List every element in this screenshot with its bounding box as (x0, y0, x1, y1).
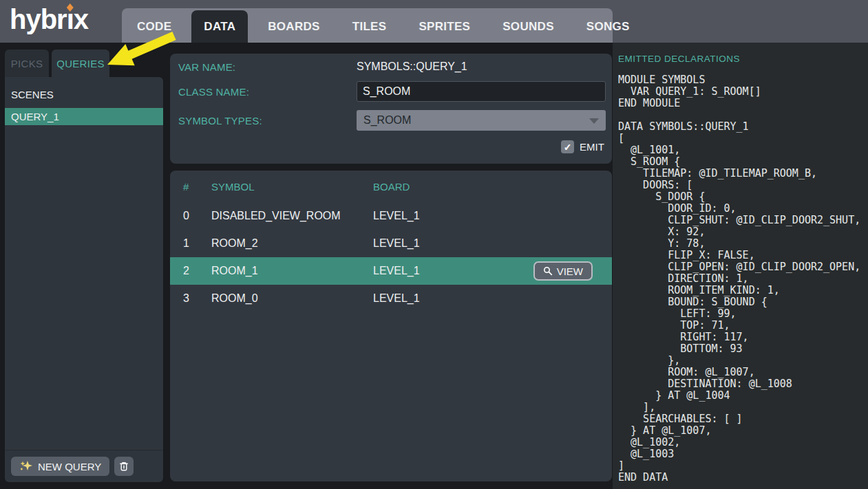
table-row[interactable]: 2ROOM_1LEVEL_1 VIEW (170, 257, 612, 285)
main-tab-sounds[interactable]: SOUNDS (490, 10, 567, 43)
column-header-index: # (183, 181, 211, 193)
table-body: 0DISABLED_VIEW_ROOMLEVEL_11ROOM_2LEVEL_1… (170, 202, 612, 312)
symbol-types-label: SYMBOL TYPES: (178, 115, 262, 127)
sparkles-icon (19, 460, 33, 472)
emitted-code: MODULE SYMBOLS VAR QUERY_1: S_ROOM[] END… (618, 74, 868, 483)
sidebar-panel: SCENES QUERY_1 NEW QUERY (5, 77, 163, 482)
query-form-panel: VAR NAME: SYMBOLS::QUERY_1 CLASS NAME: S… (170, 54, 612, 164)
cell-index: 3 (183, 292, 211, 305)
sidebar: PICKS QUERIES SCENES QUERY_1 NEW QUERY (5, 50, 163, 482)
var-name-value: SYMBOLS::QUERY_1 (357, 61, 467, 73)
sidebar-footer: NEW QUERY (5, 450, 163, 482)
cell-symbol: ROOM_1 (211, 265, 373, 277)
tab-picks[interactable]: PICKS (5, 50, 49, 77)
emitted-declarations-panel: EMITTED DECLARATIONS MODULE SYMBOLS VAR … (613, 43, 868, 489)
sidebar-tab-bar: PICKS QUERIES (5, 50, 109, 77)
symbol-types-select[interactable]: S_ROOM (357, 110, 606, 131)
class-name-label: CLASS NAME: (178, 86, 249, 98)
view-button[interactable]: VIEW (533, 261, 593, 281)
scenes-section-label: SCENES (5, 87, 163, 103)
new-query-button[interactable]: NEW QUERY (11, 457, 109, 476)
emit-label: EMIT (580, 141, 604, 153)
cell-symbol: ROOM_2 (211, 237, 373, 250)
main-tab-tiles[interactable]: TILES (340, 10, 399, 43)
cell-symbol: ROOM_0 (211, 292, 373, 305)
table-row[interactable]: 1ROOM_2LEVEL_1 (170, 230, 612, 257)
column-header-symbol: SYMBOL (211, 181, 373, 193)
delete-query-button[interactable] (114, 457, 134, 476)
table-row[interactable]: 3ROOM_0LEVEL_1 (170, 285, 612, 312)
cell-index: 1 (183, 237, 211, 250)
view-button-label: VIEW (557, 265, 583, 277)
main-tab-boards[interactable]: BOARDS (255, 10, 332, 43)
hybrix-logo: hybrıx (10, 4, 88, 35)
emit-checkbox[interactable] (561, 140, 574, 153)
cell-index: 0 (183, 210, 211, 222)
cell-symbol: DISABLED_VIEW_ROOM (211, 210, 373, 222)
app-window: hybrıx CODEDATABOARDSTILESSPRITESSOUNDSS… (0, 0, 868, 489)
var-name-label: VAR NAME: (178, 61, 235, 73)
cell-index: 2 (183, 265, 211, 277)
tab-queries[interactable]: QUERIES (52, 50, 109, 77)
app-header: hybrıx CODEDATABOARDSTILESSPRITESSOUNDSS… (0, 0, 868, 43)
main-tab-code[interactable]: CODE (125, 10, 184, 43)
cell-board: LEVEL_1 (373, 210, 612, 222)
emitted-declarations-title: EMITTED DECLARATIONS (618, 54, 868, 65)
main-tab-data[interactable]: DATA (191, 10, 248, 43)
main-tab-bar: CODEDATABOARDSTILESSPRITESSOUNDSSONGS (122, 8, 613, 43)
table-row[interactable]: 0DISABLED_VIEW_ROOMLEVEL_1 (170, 202, 612, 230)
cell-board: LEVEL_1 (373, 292, 612, 305)
trash-icon (118, 461, 129, 472)
emit-row: EMIT (561, 140, 604, 153)
class-name-input[interactable] (357, 81, 606, 102)
main-tab-songs[interactable]: SONGS (574, 10, 642, 43)
main-tab-sprites[interactable]: SPRITES (406, 10, 483, 43)
symbol-types-value: S_ROOM (363, 114, 411, 126)
new-query-label: NEW QUERY (38, 461, 101, 472)
magnifier-icon (543, 266, 553, 276)
sidebar-item-query_1[interactable]: QUERY_1 (5, 108, 163, 125)
table-header-row: # SYMBOL BOARD (170, 171, 612, 202)
column-header-board: BOARD (373, 181, 612, 193)
query-list: QUERY_1 (5, 108, 163, 125)
chevron-down-icon (589, 118, 599, 124)
cell-board: LEVEL_1 (373, 237, 612, 250)
logo-diamond-icon (67, 3, 74, 12)
results-table-panel: # SYMBOL BOARD 0DISABLED_VIEW_ROOMLEVEL_… (170, 171, 612, 481)
